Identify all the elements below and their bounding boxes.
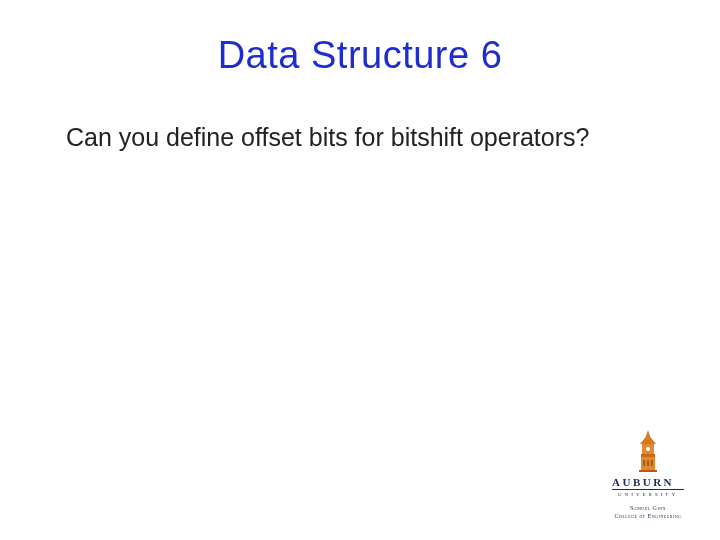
auburn-logo: AUBURN UNIVERSITY Samuel Ginn College of… — [598, 430, 698, 520]
logo-wordmark-text: AUBURN — [612, 476, 674, 488]
logo-college-line1: Samuel Ginn — [630, 505, 666, 511]
svg-marker-1 — [640, 434, 656, 444]
svg-point-3 — [646, 447, 650, 451]
logo-college-line2: College of Engineering — [615, 513, 682, 519]
logo-underline — [612, 489, 684, 490]
svg-rect-8 — [651, 460, 653, 466]
tower-icon — [636, 430, 660, 472]
svg-rect-9 — [639, 470, 657, 472]
slide-title: Data Structure 6 — [60, 34, 660, 77]
logo-college: Samuel Ginn College of Engineering — [615, 505, 682, 520]
slide: Data Structure 6 Can you define offset b… — [0, 0, 720, 540]
svg-rect-7 — [647, 460, 649, 466]
logo-subwordmark: UNIVERSITY — [618, 492, 678, 497]
svg-rect-6 — [643, 460, 645, 466]
svg-rect-4 — [641, 454, 655, 457]
logo-wordmark: AUBURN — [612, 476, 684, 490]
slide-body-text: Can you define offset bits for bitshift … — [60, 123, 660, 153]
